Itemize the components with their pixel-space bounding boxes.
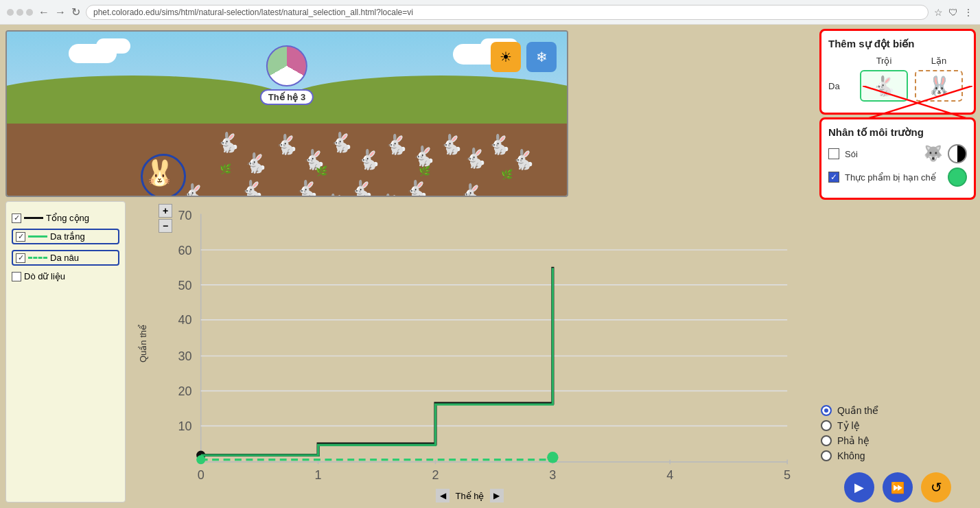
probe-checkbox[interactable] xyxy=(12,272,21,281)
white-rabbit-icon: 🐇 xyxy=(872,75,896,97)
white-rabbit-19: 🐇 xyxy=(350,179,374,197)
sun-button[interactable]: ☀ xyxy=(491,42,521,72)
white-rabbit-22: 🐇 xyxy=(432,196,456,197)
zoom-out-button[interactable]: − xyxy=(159,219,172,233)
back-button[interactable]: ← xyxy=(38,6,49,19)
svg-text:5: 5 xyxy=(784,468,791,482)
white-skin-line xyxy=(28,235,47,238)
white-rabbit-24: 🐇 xyxy=(487,196,511,197)
environment-panel: Nhân tố môi trường Sói 🐺 ✓ Thực phẩm bị … xyxy=(821,119,975,198)
white-rabbit-17: 🐇 xyxy=(295,179,319,197)
hill-right xyxy=(287,76,568,124)
env-panel-title: Nhân tố môi trường xyxy=(828,126,967,139)
mutation-panel: Thêm sự đột biến Trội Lặn Da 🐇 🐰 xyxy=(821,30,975,113)
simulation-viewport: Thế hệ 3 ☀ ❄ 🐰 🐇 🐇 🐇 🐇 🐇 🐇 🐇 🐇 🐇 🐇 🐇 xyxy=(5,30,568,197)
svg-point-27 xyxy=(547,452,558,463)
wolf-toggle[interactable] xyxy=(948,144,967,163)
radio-item-pedigree[interactable]: Phả hệ xyxy=(821,435,975,446)
svg-text:1: 1 xyxy=(315,468,322,482)
playback-controls: ▶ ⏩ ↺ xyxy=(821,472,975,503)
white-rabbit-15: 🐇 xyxy=(240,179,264,197)
total-checkbox[interactable] xyxy=(12,213,21,223)
food-toggle[interactable] xyxy=(948,168,967,187)
white-rabbit-20: 🐇 xyxy=(377,193,401,197)
white-skin-mutation-btn[interactable]: 🐇 xyxy=(860,70,908,102)
menu-icon[interactable]: ⋮ xyxy=(964,7,973,18)
white-skin-checkbox[interactable] xyxy=(16,232,25,242)
svg-point-28 xyxy=(196,455,205,464)
legend-probe-row: Dò dữ liệu xyxy=(12,271,119,281)
white-rabbit-8: 🐇 xyxy=(412,145,436,168)
radio-population-label: Quần thể xyxy=(837,405,878,416)
brown-skin-mutation-btn[interactable]: 🐰 xyxy=(915,70,963,102)
radio-population[interactable] xyxy=(821,405,832,416)
nav-label: Thế hệ xyxy=(455,491,484,501)
white-rabbit-3: 🐇 xyxy=(275,133,299,156)
snow-button[interactable]: ❄ xyxy=(526,42,557,72)
generation-indicator: Thế hệ 3 xyxy=(260,45,314,105)
white-rabbit-23: 🐇 xyxy=(460,183,484,197)
graph-area: Tổng cộng Da trắng Da nâu Dò dữ liệu xyxy=(5,201,810,503)
zoom-in-button[interactable]: + xyxy=(159,204,172,218)
reset-button[interactable]: ↺ xyxy=(921,472,951,503)
white-rabbit-2: 🐇 xyxy=(244,152,268,174)
y-axis-label: Quần thể xyxy=(138,325,148,362)
svg-text:3: 3 xyxy=(549,468,556,482)
white-rabbit-12: 🐇 xyxy=(511,148,535,171)
wolf-checkbox[interactable] xyxy=(828,148,839,159)
svg-text:2: 2 xyxy=(432,468,439,482)
mutation-panel-title: Thêm sự đột biến xyxy=(828,38,967,50)
nav-next-button[interactable]: ▶ xyxy=(490,489,504,503)
food-check-mark: ✓ xyxy=(830,172,837,182)
reload-button[interactable]: ↻ xyxy=(71,5,80,19)
grass-2: 🌿 xyxy=(316,165,327,176)
brown-skin-checkbox[interactable] xyxy=(16,253,25,263)
legend-brown-row[interactable]: Da nâu xyxy=(12,250,119,266)
hill-left xyxy=(5,76,287,124)
play-button[interactable]: ▶ xyxy=(844,472,874,503)
fast-forward-button[interactable]: ⏩ xyxy=(883,472,913,503)
wolf-icon: 🐺 xyxy=(924,145,942,163)
radio-item-ratio[interactable]: Tỷ lệ xyxy=(821,420,975,431)
radio-pedigree-label: Phả hệ xyxy=(837,435,870,446)
white-rabbit-21: 🐇 xyxy=(405,179,429,197)
white-rabbit-10: 🐇 xyxy=(463,147,487,170)
wolf-label: Sói xyxy=(845,149,918,159)
white-rabbit-5: 🐇 xyxy=(329,131,353,154)
svg-text:40: 40 xyxy=(178,314,191,327)
forward-button[interactable]: → xyxy=(55,6,66,19)
star-icon[interactable]: ☆ xyxy=(934,7,943,18)
legend-white-row[interactable]: Da trắng xyxy=(12,229,119,244)
white-rabbit-18: 🐇 xyxy=(323,193,347,197)
sim-controls: ☀ ❄ xyxy=(491,42,557,72)
food-label: Thực phẩm bị hạn chế xyxy=(845,172,942,183)
right-panel: Thêm sự đột biến Trội Lặn Da 🐇 🐰 xyxy=(815,25,980,508)
radio-item-none[interactable]: Không xyxy=(821,450,975,461)
food-checkbox[interactable]: ✓ xyxy=(828,172,839,183)
radio-pedigree[interactable] xyxy=(821,435,832,446)
grass-4: 🌿 xyxy=(501,169,513,180)
white-rabbit-7: 🐇 xyxy=(384,133,408,156)
zoom-controls: + − xyxy=(159,204,172,233)
col1-label: Trội xyxy=(860,56,908,66)
cloud-1b xyxy=(96,38,130,54)
url-text: phet.colorado.edu/sims/html/natural-sele… xyxy=(93,8,413,17)
mutation-skin-row: Da 🐇 🐰 xyxy=(828,70,967,102)
skin-row-label: Da xyxy=(828,81,853,91)
nav-prev-button[interactable]: ◀ xyxy=(436,489,450,503)
fast-forward-icon: ⏩ xyxy=(891,481,905,494)
shield-icon: 🛡 xyxy=(948,7,958,18)
radio-item-population[interactable]: Quần thể xyxy=(821,405,975,416)
minimize-dot xyxy=(16,9,23,16)
svg-text:60: 60 xyxy=(178,244,191,257)
col2-label: Lặn xyxy=(915,56,963,66)
radio-none[interactable] xyxy=(821,450,832,461)
wolf-row: Sói 🐺 xyxy=(828,144,967,163)
radio-ratio[interactable] xyxy=(821,420,832,431)
legend-total-row: Tổng cộng xyxy=(12,213,119,223)
url-bar[interactable]: phet.colorado.edu/sims/html/natural-sele… xyxy=(86,5,929,20)
spacer xyxy=(821,204,975,400)
white-rabbit-16: 🐇 xyxy=(268,195,292,197)
browser-bar: ← → ↻ phet.colorado.edu/sims/html/natura… xyxy=(0,0,980,25)
total-line xyxy=(24,217,43,219)
